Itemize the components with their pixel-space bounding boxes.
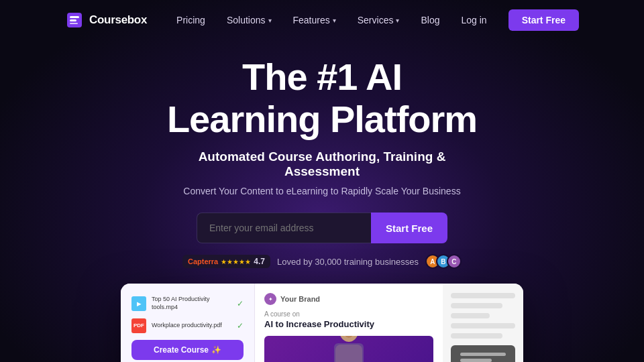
capterra-badge: Capterra ★★★★★ 4.7 [182, 255, 270, 268]
hero-start-free-button[interactable]: Start Free [371, 213, 447, 243]
email-form: Start Free [13, 213, 631, 243]
brand-logo: ✦ Your Brand [264, 293, 433, 305]
content-line [451, 313, 490, 318]
file-item-mp4: ▶ Top 50 AI Productivity tools.mp4 ✓ [131, 296, 244, 311]
social-proof: Capterra ★★★★★ 4.7 Loved by 30,000 train… [13, 254, 631, 269]
content-line [451, 293, 515, 298]
nav-login[interactable]: Log in [461, 15, 486, 25]
panel-files: ▶ Top 50 AI Productivity tools.mp4 ✓ PDF… [121, 284, 255, 362]
content-line [451, 323, 515, 328]
pdf-icon: PDF [131, 318, 146, 333]
brand-name-label: Your Brand [280, 295, 320, 303]
capterra-stars: ★★★★★ [221, 258, 251, 265]
person-silhouette [329, 336, 369, 362]
preview-area: ▶ Top 50 AI Productivity tools.mp4 ✓ PDF… [0, 284, 644, 362]
nav-solutions[interactable]: Solutions ▾ [227, 15, 272, 25]
mp4-icon: ▶ [131, 296, 146, 311]
nav-pricing[interactable]: Pricing [176, 15, 205, 25]
sparkle-icon: ✨ [211, 345, 221, 355]
file-item-pdf: PDF Workplace productivity.pdf ✓ [131, 318, 244, 333]
course-subtitle: A course on [264, 310, 433, 318]
brand-icon: ✦ [264, 293, 276, 305]
nav-blog[interactable]: Blog [421, 15, 439, 25]
email-input[interactable] [197, 213, 371, 243]
box-line [460, 353, 505, 356]
svg-rect-2 [70, 19, 76, 21]
file-name-pdf: Workplace productivity.pdf [152, 322, 231, 330]
course-image [264, 336, 433, 362]
nav-start-free-button[interactable]: Start Free [508, 9, 579, 31]
box-line [460, 359, 492, 362]
content-line [451, 303, 502, 308]
svg-rect-3 [70, 23, 78, 24]
panel-content-lines [443, 284, 523, 362]
nav-features[interactable]: Features ▾ [293, 15, 336, 25]
course-title: AI to Increase Productivity [264, 319, 433, 330]
svg-rect-8 [334, 343, 364, 362]
check-icon: ✓ [237, 299, 244, 308]
logo[interactable]: Coursebox [65, 11, 147, 29]
loved-text: Loved by 30,000 training businesses [277, 257, 419, 267]
hero-section: The #1 AI Learning Platform Automated Co… [0, 40, 644, 269]
avatar-group: A B C [425, 254, 462, 269]
create-course-button[interactable]: Create Course ✨ [131, 340, 244, 360]
check-icon: ✓ [237, 321, 244, 330]
panel-course-preview: ✦ Your Brand A course on AI to Increase … [255, 284, 443, 362]
content-box [451, 345, 515, 362]
content-line [451, 333, 502, 339]
avatar: C [447, 254, 462, 269]
svg-rect-1 [70, 16, 79, 18]
hero-description: Convert Your Content to eLearning to Rap… [13, 186, 631, 196]
chevron-down-icon: ▾ [268, 17, 272, 24]
navbar: Coursebox Pricing Solutions ▾ Features ▾… [0, 0, 644, 40]
capterra-rating: 4.7 [254, 257, 265, 266]
preview-card: ▶ Top 50 AI Productivity tools.mp4 ✓ PDF… [121, 284, 523, 362]
hero-title: The #1 AI Learning Platform [13, 56, 631, 140]
nav-services[interactable]: Services ▾ [358, 15, 400, 25]
capterra-logo: Capterra [188, 257, 218, 265]
chevron-down-icon: ▾ [333, 17, 336, 24]
chevron-down-icon: ▾ [396, 17, 399, 24]
logo-icon [65, 11, 84, 29]
hero-subtitle: Automated Course Authoring, Training & A… [13, 149, 631, 179]
file-name-mp4: Top 50 AI Productivity tools.mp4 [152, 296, 231, 311]
brand-name: Coursebox [89, 13, 147, 27]
